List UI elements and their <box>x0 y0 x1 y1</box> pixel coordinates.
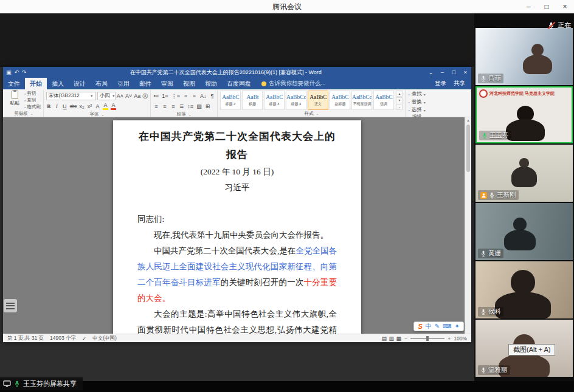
grow-font-icon[interactable]: A˄ <box>117 92 123 100</box>
page-info[interactable]: 第 1 页,共 31 页 <box>7 335 44 342</box>
gallery-up-icon[interactable]: ▴ <box>396 91 403 97</box>
keyboard-icon[interactable]: ⌨ <box>443 322 451 331</box>
word-count[interactable]: 14903 个字 <box>50 335 76 342</box>
highlight-color-icon[interactable]: A <box>103 103 108 110</box>
ime-toolbar[interactable]: S中✎⌨✦ <box>413 322 464 331</box>
minimize-icon[interactable]: – <box>437 69 448 75</box>
ribbon-tab-引用[interactable]: 引用 <box>112 78 134 89</box>
font-name-combo[interactable]: 宋体(GB2312 ▼ <box>46 92 96 100</box>
undo-icon[interactable]: ↶ <box>15 69 19 75</box>
print-layout-icon[interactable]: ▥ <box>389 335 394 342</box>
style-item-标题 2[interactable]: AaBbC标题 2 <box>220 91 241 110</box>
document-page[interactable]: 在中国共产党第二十次全国代表大会上的报告(2022 年 10 月 16 日)习近… <box>113 120 361 334</box>
video-tile-王新刚[interactable]: 王新刚 <box>475 145 573 202</box>
numbering-icon[interactable]: 1≡ <box>162 92 168 100</box>
read-mode-icon[interactable]: ▤ <box>381 335 387 342</box>
video-tile-王玉芬[interactable]: 河北科技师范学院 马克思主义学院王玉芬 <box>475 86 573 143</box>
text-effects-icon[interactable]: A <box>95 103 100 110</box>
video-tile-黄姗[interactable]: 黄姗 <box>475 203 573 260</box>
panel-toggle-button[interactable] <box>4 299 17 312</box>
justify-icon[interactable]: ≣ <box>179 103 184 110</box>
dialog-launcher-icon[interactable]: ⌄ <box>102 112 105 117</box>
web-layout-icon[interactable]: ▦ <box>396 335 401 342</box>
zoom-slider-thumb[interactable] <box>426 336 429 341</box>
style-item-标题 3[interactable]: AaBbC标题 3 <box>264 91 285 110</box>
ribbon-tab-插入[interactable]: 插入 <box>47 78 69 89</box>
video-tile-侯科[interactable]: 侯科 <box>475 261 573 318</box>
subscript-icon[interactable]: x₂ <box>79 103 85 110</box>
clear-formatting-icon[interactable]: Ⓐ <box>142 92 148 100</box>
ribbon-tab-开始[interactable]: 开始 <box>25 78 47 89</box>
increase-indent-icon[interactable]: » <box>192 92 197 100</box>
borders-icon[interactable]: ⊞ <box>205 103 210 110</box>
style-item-标题 4[interactable]: AaBbCc标题 4 <box>286 91 306 110</box>
zoom-slider[interactable] <box>410 338 444 339</box>
dialog-launcher-icon[interactable]: ⌄ <box>188 112 192 117</box>
align-center-icon[interactable]: ≡ <box>162 103 167 110</box>
sogou-logo[interactable]: S <box>418 322 422 331</box>
style-item-强调[interactable]: AaBbC强调 <box>373 91 394 110</box>
align-left-icon[interactable]: ≡ <box>153 103 159 110</box>
ribbon-tab-布局[interactable]: 布局 <box>91 78 112 89</box>
minimize-button[interactable]: – <box>519 0 538 13</box>
ribbon-tab-审阅[interactable]: 审阅 <box>156 78 178 89</box>
language-indicator[interactable]: 中文(中国) <box>92 335 117 342</box>
edit-item-替换[interactable]: ▪替换▾ <box>408 98 425 106</box>
maximize-icon[interactable]: □ <box>448 69 460 75</box>
italic-icon[interactable]: I <box>54 103 60 110</box>
paste-button[interactable]: 粘贴 <box>7 91 22 106</box>
proofing-icon[interactable]: ✓ <box>82 335 86 342</box>
style-item-副标题[interactable]: AaBbC副标题 <box>330 91 350 110</box>
zoom-level[interactable]: 100% <box>454 335 467 342</box>
clipboard-item-剪切[interactable]: ▪剪切 <box>24 91 41 97</box>
document-scrollbar[interactable]: ▲ <box>465 117 471 334</box>
font-size-combo[interactable]: 小四 ▼ <box>97 92 116 100</box>
maximize-button[interactable]: □ <box>538 0 556 13</box>
align-right-icon[interactable]: ≡ <box>170 103 176 110</box>
strikethrough-icon[interactable]: abc <box>70 103 77 110</box>
document-area[interactable]: 在中国共产党第二十次全国代表大会上的报告(2022 年 10 月 16 日)习近… <box>3 117 471 334</box>
scrollbar-thumb[interactable] <box>466 125 470 172</box>
ribbon-tab-帮助[interactable]: 帮助 <box>200 78 222 89</box>
scroll-up-icon[interactable]: ▲ <box>465 117 471 122</box>
ribbon-tab-设计[interactable]: 设计 <box>69 78 91 89</box>
tell-me-box[interactable]: 告诉我你想要做什么... <box>256 78 331 89</box>
ribbon-tab-百度网盘[interactable]: 百度网盘 <box>222 78 256 89</box>
chinese-mode-icon[interactable]: 中 <box>426 322 432 331</box>
ribbon-tab-文件[interactable]: 文件 <box>3 78 25 89</box>
gallery-more-icon[interactable]: ⌄ <box>396 104 403 110</box>
ribbon-tab-视图[interactable]: 视图 <box>178 78 200 89</box>
underline-icon[interactable]: U <box>62 103 67 110</box>
toolbox-icon[interactable]: ✦ <box>455 322 460 331</box>
edit-item-选择[interactable]: ▪选择▾ <box>408 106 425 114</box>
superscript-icon[interactable]: x² <box>87 103 92 110</box>
font-color-icon[interactable]: A <box>111 103 116 110</box>
redo-icon[interactable]: ↷ <box>22 69 27 75</box>
sign-in-button[interactable]: 登录 <box>435 80 446 88</box>
decrease-indent-icon[interactable]: « <box>183 92 188 100</box>
edit-item-查找[interactable]: ▪查找▾ <box>408 91 425 98</box>
ribbon-tab-邮件[interactable]: 邮件 <box>134 78 156 89</box>
clipboard-item-格式刷[interactable]: ▪格式刷 <box>24 104 41 110</box>
multilevel-list-icon[interactable]: ⋮≡ <box>171 92 180 100</box>
close-icon[interactable]: × <box>460 69 471 75</box>
bullets-icon[interactable]: •≡ <box>153 92 159 100</box>
change-case-icon[interactable]: Aa <box>134 92 140 100</box>
pen-icon[interactable]: ✎ <box>435 322 440 331</box>
gallery-down-icon[interactable]: ▾ <box>396 97 403 103</box>
style-item-标题[interactable]: AaBt标题 <box>242 91 263 110</box>
style-item-正文[interactable]: AaBbC正文 <box>308 91 328 110</box>
sort-icon[interactable]: A↓ <box>200 92 207 100</box>
bold-icon[interactable]: B <box>46 103 52 110</box>
clipboard-item-复制[interactable]: ▪复制 <box>24 97 41 103</box>
close-button[interactable]: × <box>556 0 574 13</box>
shading-icon[interactable]: ▨ <box>196 103 202 110</box>
zoom-out-button[interactable]: − <box>404 335 407 342</box>
dialog-launcher-icon[interactable]: ⌄ <box>316 111 319 115</box>
line-spacing-icon[interactable]: ↕≡ <box>187 103 193 110</box>
video-tile-吕菲[interactable]: 吕菲 <box>475 28 573 85</box>
ribbon-display-options-icon[interactable]: ⌄ <box>425 69 437 75</box>
shrink-font-icon[interactable]: A˅ <box>125 92 132 100</box>
share-button[interactable]: 共享 <box>454 80 465 88</box>
save-icon[interactable]: ▣ <box>6 69 12 75</box>
